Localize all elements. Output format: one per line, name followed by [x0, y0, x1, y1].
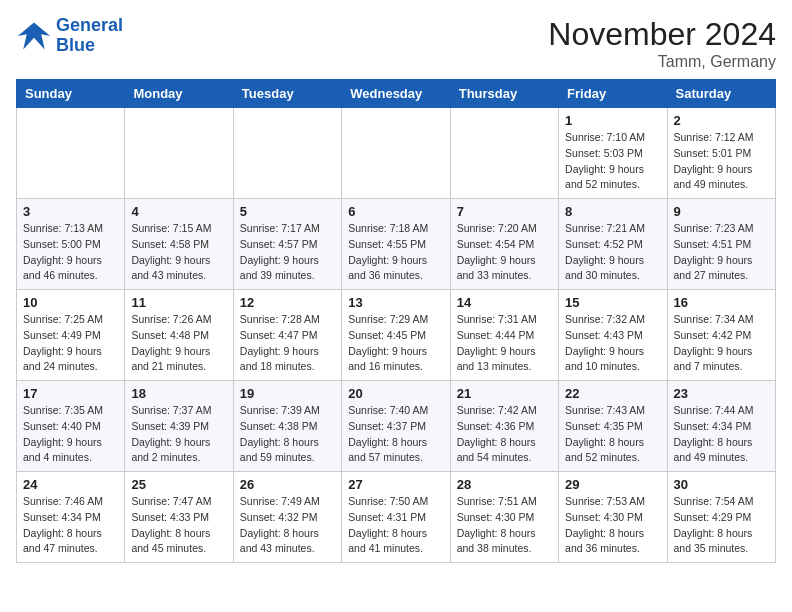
- day-info: Sunrise: 7:10 AMSunset: 5:03 PMDaylight:…: [565, 130, 660, 193]
- day-cell: 22Sunrise: 7:43 AMSunset: 4:35 PMDayligh…: [559, 381, 667, 472]
- day-cell: 3Sunrise: 7:13 AMSunset: 5:00 PMDaylight…: [17, 199, 125, 290]
- day-info: Sunrise: 7:15 AMSunset: 4:58 PMDaylight:…: [131, 221, 226, 284]
- day-number: 25: [131, 477, 226, 492]
- day-cell: 19Sunrise: 7:39 AMSunset: 4:38 PMDayligh…: [233, 381, 341, 472]
- day-number: 11: [131, 295, 226, 310]
- weekday-tuesday: Tuesday: [233, 80, 341, 108]
- day-cell: [450, 108, 558, 199]
- day-info: Sunrise: 7:26 AMSunset: 4:48 PMDaylight:…: [131, 312, 226, 375]
- day-info: Sunrise: 7:46 AMSunset: 4:34 PMDaylight:…: [23, 494, 118, 557]
- day-info: Sunrise: 7:53 AMSunset: 4:30 PMDaylight:…: [565, 494, 660, 557]
- month-title: November 2024: [548, 16, 776, 53]
- day-cell: 10Sunrise: 7:25 AMSunset: 4:49 PMDayligh…: [17, 290, 125, 381]
- day-cell: 11Sunrise: 7:26 AMSunset: 4:48 PMDayligh…: [125, 290, 233, 381]
- day-number: 18: [131, 386, 226, 401]
- day-cell: 1Sunrise: 7:10 AMSunset: 5:03 PMDaylight…: [559, 108, 667, 199]
- day-cell: 26Sunrise: 7:49 AMSunset: 4:32 PMDayligh…: [233, 472, 341, 563]
- day-number: 15: [565, 295, 660, 310]
- day-info: Sunrise: 7:23 AMSunset: 4:51 PMDaylight:…: [674, 221, 769, 284]
- day-number: 6: [348, 204, 443, 219]
- day-info: Sunrise: 7:51 AMSunset: 4:30 PMDaylight:…: [457, 494, 552, 557]
- week-row-2: 3Sunrise: 7:13 AMSunset: 5:00 PMDaylight…: [17, 199, 776, 290]
- weekday-thursday: Thursday: [450, 80, 558, 108]
- day-cell: [125, 108, 233, 199]
- week-row-3: 10Sunrise: 7:25 AMSunset: 4:49 PMDayligh…: [17, 290, 776, 381]
- logo: General Blue: [16, 16, 123, 56]
- day-number: 17: [23, 386, 118, 401]
- day-number: 4: [131, 204, 226, 219]
- logo-line2: Blue: [56, 35, 95, 55]
- day-cell: 4Sunrise: 7:15 AMSunset: 4:58 PMDaylight…: [125, 199, 233, 290]
- day-cell: 9Sunrise: 7:23 AMSunset: 4:51 PMDaylight…: [667, 199, 775, 290]
- day-number: 22: [565, 386, 660, 401]
- day-info: Sunrise: 7:44 AMSunset: 4:34 PMDaylight:…: [674, 403, 769, 466]
- day-number: 1: [565, 113, 660, 128]
- day-info: Sunrise: 7:34 AMSunset: 4:42 PMDaylight:…: [674, 312, 769, 375]
- day-cell: 27Sunrise: 7:50 AMSunset: 4:31 PMDayligh…: [342, 472, 450, 563]
- day-info: Sunrise: 7:49 AMSunset: 4:32 PMDaylight:…: [240, 494, 335, 557]
- weekday-sunday: Sunday: [17, 80, 125, 108]
- day-number: 21: [457, 386, 552, 401]
- day-cell: 17Sunrise: 7:35 AMSunset: 4:40 PMDayligh…: [17, 381, 125, 472]
- day-info: Sunrise: 7:37 AMSunset: 4:39 PMDaylight:…: [131, 403, 226, 466]
- calendar-body: 1Sunrise: 7:10 AMSunset: 5:03 PMDaylight…: [17, 108, 776, 563]
- day-number: 24: [23, 477, 118, 492]
- day-cell: 16Sunrise: 7:34 AMSunset: 4:42 PMDayligh…: [667, 290, 775, 381]
- day-number: 19: [240, 386, 335, 401]
- day-cell: 14Sunrise: 7:31 AMSunset: 4:44 PMDayligh…: [450, 290, 558, 381]
- day-cell: 28Sunrise: 7:51 AMSunset: 4:30 PMDayligh…: [450, 472, 558, 563]
- day-info: Sunrise: 7:42 AMSunset: 4:36 PMDaylight:…: [457, 403, 552, 466]
- day-number: 5: [240, 204, 335, 219]
- day-number: 13: [348, 295, 443, 310]
- weekday-wednesday: Wednesday: [342, 80, 450, 108]
- day-info: Sunrise: 7:40 AMSunset: 4:37 PMDaylight:…: [348, 403, 443, 466]
- day-info: Sunrise: 7:54 AMSunset: 4:29 PMDaylight:…: [674, 494, 769, 557]
- day-cell: 13Sunrise: 7:29 AMSunset: 4:45 PMDayligh…: [342, 290, 450, 381]
- day-number: 29: [565, 477, 660, 492]
- day-number: 20: [348, 386, 443, 401]
- day-info: Sunrise: 7:20 AMSunset: 4:54 PMDaylight:…: [457, 221, 552, 284]
- day-number: 10: [23, 295, 118, 310]
- day-info: Sunrise: 7:12 AMSunset: 5:01 PMDaylight:…: [674, 130, 769, 193]
- svg-marker-0: [18, 22, 50, 49]
- day-info: Sunrise: 7:17 AMSunset: 4:57 PMDaylight:…: [240, 221, 335, 284]
- day-cell: 18Sunrise: 7:37 AMSunset: 4:39 PMDayligh…: [125, 381, 233, 472]
- week-row-4: 17Sunrise: 7:35 AMSunset: 4:40 PMDayligh…: [17, 381, 776, 472]
- day-info: Sunrise: 7:18 AMSunset: 4:55 PMDaylight:…: [348, 221, 443, 284]
- day-cell: 20Sunrise: 7:40 AMSunset: 4:37 PMDayligh…: [342, 381, 450, 472]
- day-info: Sunrise: 7:32 AMSunset: 4:43 PMDaylight:…: [565, 312, 660, 375]
- day-number: 14: [457, 295, 552, 310]
- day-info: Sunrise: 7:13 AMSunset: 5:00 PMDaylight:…: [23, 221, 118, 284]
- week-row-1: 1Sunrise: 7:10 AMSunset: 5:03 PMDaylight…: [17, 108, 776, 199]
- day-number: 27: [348, 477, 443, 492]
- day-cell: 2Sunrise: 7:12 AMSunset: 5:01 PMDaylight…: [667, 108, 775, 199]
- day-cell: 15Sunrise: 7:32 AMSunset: 4:43 PMDayligh…: [559, 290, 667, 381]
- day-info: Sunrise: 7:28 AMSunset: 4:47 PMDaylight:…: [240, 312, 335, 375]
- day-info: Sunrise: 7:35 AMSunset: 4:40 PMDaylight:…: [23, 403, 118, 466]
- day-number: 2: [674, 113, 769, 128]
- day-cell: [233, 108, 341, 199]
- day-info: Sunrise: 7:39 AMSunset: 4:38 PMDaylight:…: [240, 403, 335, 466]
- day-number: 23: [674, 386, 769, 401]
- day-cell: 5Sunrise: 7:17 AMSunset: 4:57 PMDaylight…: [233, 199, 341, 290]
- day-number: 28: [457, 477, 552, 492]
- day-number: 12: [240, 295, 335, 310]
- day-cell: 8Sunrise: 7:21 AMSunset: 4:52 PMDaylight…: [559, 199, 667, 290]
- day-number: 8: [565, 204, 660, 219]
- weekday-friday: Friday: [559, 80, 667, 108]
- week-row-5: 24Sunrise: 7:46 AMSunset: 4:34 PMDayligh…: [17, 472, 776, 563]
- day-info: Sunrise: 7:25 AMSunset: 4:49 PMDaylight:…: [23, 312, 118, 375]
- day-cell: 7Sunrise: 7:20 AMSunset: 4:54 PMDaylight…: [450, 199, 558, 290]
- day-info: Sunrise: 7:43 AMSunset: 4:35 PMDaylight:…: [565, 403, 660, 466]
- logo-line1: General: [56, 15, 123, 35]
- day-cell: 23Sunrise: 7:44 AMSunset: 4:34 PMDayligh…: [667, 381, 775, 472]
- day-cell: 21Sunrise: 7:42 AMSunset: 4:36 PMDayligh…: [450, 381, 558, 472]
- day-number: 9: [674, 204, 769, 219]
- day-cell: 24Sunrise: 7:46 AMSunset: 4:34 PMDayligh…: [17, 472, 125, 563]
- day-cell: [342, 108, 450, 199]
- logo-icon: [16, 18, 52, 54]
- weekday-header-row: SundayMondayTuesdayWednesdayThursdayFrid…: [17, 80, 776, 108]
- day-cell: 30Sunrise: 7:54 AMSunset: 4:29 PMDayligh…: [667, 472, 775, 563]
- day-info: Sunrise: 7:47 AMSunset: 4:33 PMDaylight:…: [131, 494, 226, 557]
- day-info: Sunrise: 7:21 AMSunset: 4:52 PMDaylight:…: [565, 221, 660, 284]
